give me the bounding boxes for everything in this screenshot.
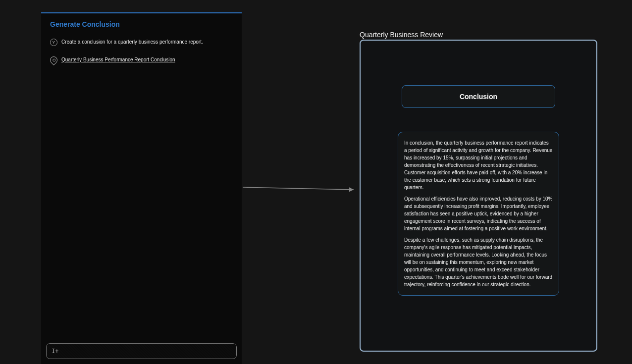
spacer [41,69,242,338]
document-preview[interactable]: Conclusion In conclusion, the quarterly … [360,40,597,352]
conclusion-body-box[interactable]: In conclusion, the quarterly business pe… [398,132,559,296]
assistant-message-row[interactable]: Quarterly Business Performance Report Co… [41,51,242,69]
user-avatar-icon: Y [50,39,57,46]
conclusion-paragraph-2: Operational efficiencies have also impro… [404,195,553,232]
conclusion-paragraph-1: In conclusion, the quarterly business pe… [404,139,553,191]
input-area: I+ [41,338,242,364]
input-cursor-glyph: I+ [52,348,58,355]
conclusion-heading-text: Conclusion [460,93,497,101]
user-message-text: Create a conclusion for a quarterly busi… [61,38,203,46]
document-title: Quarterly Business Review [360,31,443,39]
conclusion-heading-box[interactable]: Conclusion [402,85,555,108]
panel-title: Generate Conclusion [41,13,242,33]
assistant-message-text[interactable]: Quarterly Business Performance Report Co… [61,56,175,63]
message-input[interactable]: I+ [46,343,237,359]
svg-line-0 [243,187,354,190]
user-message-row: Y Create a conclusion for a quarterly bu… [41,33,242,51]
pin-icon [49,55,59,65]
conclusion-paragraph-3: Despite a few challenges, such as supply… [404,236,553,288]
chat-panel: Generate Conclusion Y Create a conclusio… [41,12,242,364]
connector-arrow-icon [243,186,358,193]
